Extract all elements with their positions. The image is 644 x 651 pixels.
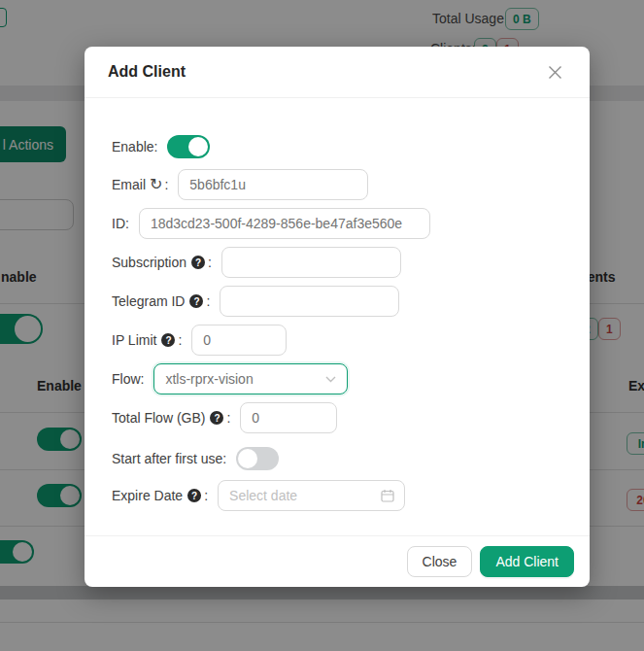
close-button-footer[interactable]: Close [407, 546, 473, 577]
chevron-down-icon [325, 376, 336, 383]
toggle-knob [238, 449, 257, 468]
total-flow-label-text: Total Flow (GB) [112, 410, 205, 426]
toggle-knob [188, 137, 208, 156]
flow-label: Flow: [112, 371, 144, 387]
email-label: Email ↻ : [112, 177, 168, 192]
colon: : [164, 177, 168, 192]
modal-title: Add Client [108, 63, 186, 81]
close-icon [548, 65, 562, 80]
flow-select-value: xtls-rprx-vision [165, 371, 253, 387]
colon: : [178, 332, 182, 348]
field-row-flow: Flow: xtls-rprx-vision [112, 363, 348, 394]
help-icon[interactable]: ? [161, 333, 175, 347]
field-row-ip-limit: IP Limit ? : [112, 325, 287, 356]
email-label-text: Email [112, 177, 146, 192]
expire-label-text: Expire Date [112, 488, 183, 503]
help-icon[interactable]: ? [210, 411, 223, 425]
subscription-label-text: Subscription [112, 255, 186, 270]
id-input[interactable] [139, 208, 430, 239]
email-input[interactable] [178, 169, 368, 200]
field-row-expire: Expire Date ? : [112, 480, 405, 511]
start-after-toggle[interactable] [236, 447, 279, 470]
modal-footer: Close Add Client [85, 535, 590, 587]
telegram-label-text: Telegram ID [112, 293, 185, 309]
close-button[interactable] [544, 61, 566, 84]
enable-label: Enable: [112, 139, 157, 154]
field-row-email: Email ↻ : [112, 169, 368, 200]
add-client-modal: Add Client Enable: Email ↻ : ID: [85, 47, 590, 587]
modal-header: Add Client [85, 47, 590, 98]
colon: : [226, 410, 230, 426]
field-row-subscription: Subscription ? : [112, 247, 401, 278]
start-after-label: Start after first use: [112, 451, 226, 466]
colon: : [208, 255, 212, 270]
id-label: ID: [112, 216, 129, 231]
field-row-enable: Enable: [112, 131, 210, 162]
help-icon[interactable]: ? [187, 489, 201, 502]
field-row-total-flow: Total Flow (GB) ? : [112, 402, 337, 433]
colon: : [206, 293, 210, 309]
telegram-input[interactable] [220, 286, 399, 317]
modal-body: Enable: Email ↻ : ID: Subscription ? : [85, 98, 590, 535]
expire-label: Expire Date ? : [112, 488, 208, 503]
flow-select[interactable]: xtls-rprx-vision [153, 363, 348, 394]
subscription-label: Subscription ? : [112, 255, 212, 270]
help-icon[interactable]: ? [191, 256, 205, 269]
add-client-button[interactable]: Add Client [480, 546, 574, 577]
help-icon[interactable]: ? [189, 294, 203, 308]
refresh-icon[interactable]: ↻ [150, 177, 162, 192]
subscription-input[interactable] [221, 247, 401, 278]
field-row-id: ID: [112, 208, 430, 239]
total-flow-input[interactable] [240, 402, 337, 433]
ip-limit-label: IP Limit ? : [112, 332, 182, 348]
ip-limit-input[interactable] [191, 325, 287, 356]
field-row-telegram: Telegram ID ? : [112, 286, 399, 317]
ip-limit-label-text: IP Limit [112, 332, 156, 348]
expire-input-wrap [208, 480, 405, 511]
field-row-start-after: Start after first use: [112, 443, 279, 474]
expire-date-input[interactable] [218, 480, 405, 511]
enable-toggle[interactable] [167, 135, 210, 158]
telegram-label: Telegram ID ? : [112, 293, 210, 309]
total-flow-label: Total Flow (GB) ? : [112, 410, 230, 426]
